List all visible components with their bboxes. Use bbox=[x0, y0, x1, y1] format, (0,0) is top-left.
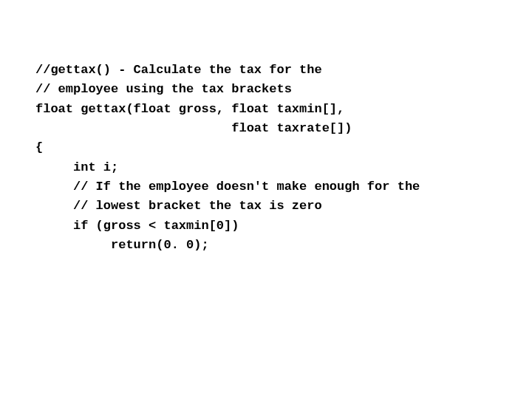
code-block: //gettax() - Calculate the tax for the /… bbox=[35, 61, 532, 255]
code-line: { bbox=[35, 138, 532, 157]
code-line: float gettax(float gross, float taxmin[]… bbox=[35, 100, 532, 119]
code-line: if (gross < taxmin[0]) bbox=[35, 216, 532, 236]
code-line: int i; bbox=[35, 158, 532, 177]
code-line: // lowest bracket the tax is zero bbox=[35, 197, 532, 216]
code-line: // If the employee doesn't make enough f… bbox=[35, 177, 532, 197]
code-line: float taxrate[]) bbox=[35, 119, 532, 138]
code-line: // employee using the tax brackets bbox=[35, 80, 532, 99]
code-line: //gettax() - Calculate the tax for the bbox=[35, 61, 532, 80]
code-line: return(0. 0); bbox=[35, 236, 532, 255]
